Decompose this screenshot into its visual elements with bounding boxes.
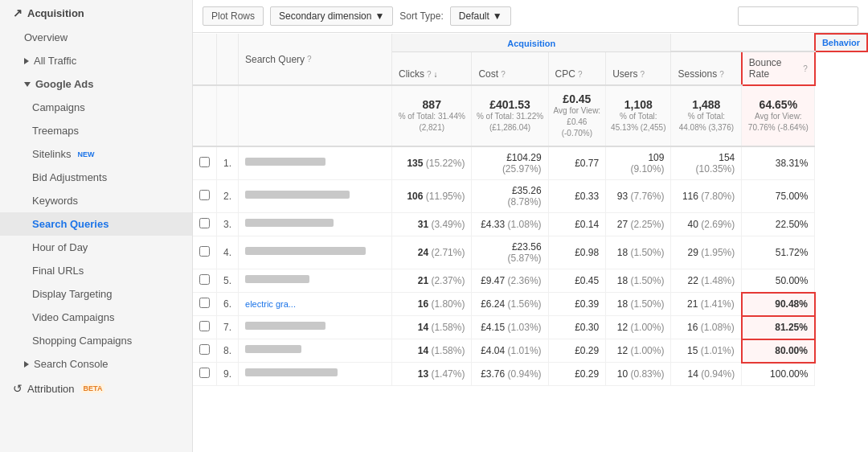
row-sessions-cell: 29 (1.95%) xyxy=(671,236,742,269)
row-query-cell[interactable]: electric gra... xyxy=(239,293,392,316)
clicks-sort-icon: ↓ xyxy=(434,70,438,79)
bounce-rate-col-header[interactable]: Bounce Rate ? xyxy=(742,51,815,85)
sidebar-item-display-targeting[interactable]: Display Targeting xyxy=(0,282,192,306)
sidebar-item-bid-adjustments[interactable]: Bid Adjustments xyxy=(0,166,192,189)
row-sessions-cell: 154 (10.35%) xyxy=(671,146,742,180)
row-cost-cell: £6.24 (1.56%) xyxy=(472,293,548,316)
summary-sessions: 1,488 % of Total: 44.08% (3,376) xyxy=(671,85,742,146)
sessions-col-header[interactable]: Sessions ? xyxy=(671,51,742,85)
row-checkbox[interactable] xyxy=(199,274,210,285)
row-checkbox-cell xyxy=(193,180,217,213)
row-checkbox[interactable] xyxy=(199,190,210,200)
sort-type-select[interactable]: Default ▼ xyxy=(450,6,511,26)
bounce-rate-info-icon[interactable]: ? xyxy=(803,64,808,73)
cpc-col-header[interactable]: CPC ? xyxy=(548,51,606,85)
sidebar-item-label: Search Queries xyxy=(32,218,108,230)
sidebar-item-final-urls[interactable]: Final URLs xyxy=(0,259,192,282)
clicks-info-icon[interactable]: ? xyxy=(427,70,432,79)
sidebar-item-label: Campaigns xyxy=(32,101,85,113)
row-clicks-cell: 21 (2.37%) xyxy=(392,269,472,293)
row-clicks-cell: 106 (11.95%) xyxy=(392,180,472,213)
row-checkbox-cell xyxy=(193,146,217,180)
row-bounce-rate-cell: 75.00% xyxy=(742,180,815,213)
main-content: Plot Rows Secondary dimension ▼ Sort Typ… xyxy=(193,0,868,452)
sidebar-item-all-traffic[interactable]: All Traffic xyxy=(0,49,192,72)
sidebar-item-search-console[interactable]: Search Console xyxy=(0,352,192,376)
row-checkbox[interactable] xyxy=(199,246,210,257)
row-checkbox[interactable] xyxy=(199,157,210,167)
cpc-info-icon[interactable]: ? xyxy=(578,70,583,79)
row-cpc-cell: £0.30 xyxy=(548,316,606,339)
row-query-cell[interactable] xyxy=(239,316,392,339)
row-clicks-cell: 14 (1.58%) xyxy=(392,316,472,339)
sidebar-item-google-ads[interactable]: Google Ads xyxy=(0,72,192,96)
row-num-cell: 6. xyxy=(217,293,239,316)
row-num-cell: 5. xyxy=(217,269,239,293)
row-users-cell: 18 (1.50%) xyxy=(606,293,671,316)
cost-info-icon[interactable]: ? xyxy=(501,70,506,79)
row-checkbox[interactable] xyxy=(199,218,210,228)
row-sessions-cell: 40 (2.69%) xyxy=(671,213,742,236)
search-input[interactable] xyxy=(738,6,858,26)
row-sessions-cell: 21 (1.41%) xyxy=(671,293,742,316)
row-checkbox-cell xyxy=(193,293,217,316)
toolbar: Plot Rows Secondary dimension ▼ Sort Typ… xyxy=(193,0,868,33)
row-cpc-cell: £0.98 xyxy=(548,236,606,269)
sidebar-item-sitelinks[interactable]: Sitelinks NEW xyxy=(0,142,192,166)
row-query-cell[interactable] xyxy=(239,146,392,180)
table-row: 2. 106 (11.95%) £35.26 (8.78%) £0.33 93 … xyxy=(193,180,867,213)
row-num-cell: 3. xyxy=(217,213,239,236)
row-checkbox[interactable] xyxy=(199,321,210,331)
row-checkbox[interactable] xyxy=(199,368,210,378)
row-checkbox[interactable] xyxy=(199,344,210,355)
search-query-info-icon[interactable]: ? xyxy=(307,55,312,64)
row-query-cell[interactable] xyxy=(239,339,392,363)
row-bounce-rate-cell: 22.50% xyxy=(742,213,815,236)
row-cpc-cell: £0.39 xyxy=(548,293,606,316)
sidebar-item-campaigns[interactable]: Campaigns xyxy=(0,96,192,119)
cost-col-header[interactable]: Cost ? xyxy=(472,51,548,85)
row-sessions-cell: 116 (7.80%) xyxy=(671,180,742,213)
row-clicks-cell: 13 (1.47%) xyxy=(392,363,472,386)
sidebar-item-treemaps[interactable]: Treemaps xyxy=(0,119,192,142)
row-users-cell: 12 (1.00%) xyxy=(606,316,671,339)
data-table: Search Query ? Acquisition Behavior Clic… xyxy=(193,33,868,386)
table-row: 9. 13 (1.47%) £3.76 (0.94%) £0.29 10 (0.… xyxy=(193,363,867,386)
sidebar-item-acquisition[interactable]: ↗ Acquisition xyxy=(0,0,192,26)
sidebar-item-hour-of-day[interactable]: Hour of Day xyxy=(0,236,192,259)
row-query-cell[interactable] xyxy=(239,180,392,213)
row-sessions-cell: 14 (0.94%) xyxy=(671,363,742,386)
row-query-cell[interactable] xyxy=(239,363,392,386)
row-cost-cell: £9.47 (2.36%) xyxy=(472,269,548,293)
users-info-icon[interactable]: ? xyxy=(641,70,645,79)
row-query-cell[interactable] xyxy=(239,213,392,236)
sidebar-item-shopping-campaigns[interactable]: Shopping Campaigns xyxy=(0,329,192,352)
row-checkbox-cell xyxy=(193,339,217,363)
row-bounce-rate-cell: 38.31% xyxy=(742,146,815,180)
row-sessions-cell: 15 (1.01%) xyxy=(671,339,742,363)
row-cost-cell: £23.56 (5.87%) xyxy=(472,236,548,269)
sidebar-item-search-queries[interactable]: Search Queries xyxy=(0,212,192,236)
users-col-header[interactable]: Users ? xyxy=(606,51,671,85)
plot-rows-button[interactable]: Plot Rows xyxy=(203,6,264,26)
row-query-cell[interactable] xyxy=(239,269,392,293)
row-cost-cell: £4.04 (1.01%) xyxy=(472,339,548,363)
sidebar-item-label: Acquisition xyxy=(27,7,84,19)
row-query-cell[interactable] xyxy=(239,236,392,269)
row-cpc-cell: £0.29 xyxy=(548,363,606,386)
row-checkbox[interactable] xyxy=(199,298,210,308)
row-cost-cell: £3.76 (0.94%) xyxy=(472,363,548,386)
sidebar-item-overview[interactable]: Overview xyxy=(0,26,192,49)
sidebar-item-attribution[interactable]: ↺ Attribution BETA xyxy=(0,376,192,401)
sidebar-item-keywords[interactable]: Keywords xyxy=(0,189,192,212)
clicks-label: Clicks xyxy=(399,68,424,80)
search-query-col-header: Search Query ? xyxy=(239,34,392,85)
sessions-info-icon[interactable]: ? xyxy=(719,70,724,79)
sidebar-item-label: Keywords xyxy=(32,195,78,207)
row-clicks-cell: 135 (15.22%) xyxy=(392,146,472,180)
summary-checkbox xyxy=(193,85,217,146)
secondary-dimension-select[interactable]: Secondary dimension ▼ xyxy=(270,6,393,26)
clicks-col-header[interactable]: Clicks ? ↓ xyxy=(392,51,472,85)
sidebar-item-video-campaigns[interactable]: Video Campaigns xyxy=(0,306,192,329)
row-bounce-rate-cell: 81.25% xyxy=(742,316,815,339)
